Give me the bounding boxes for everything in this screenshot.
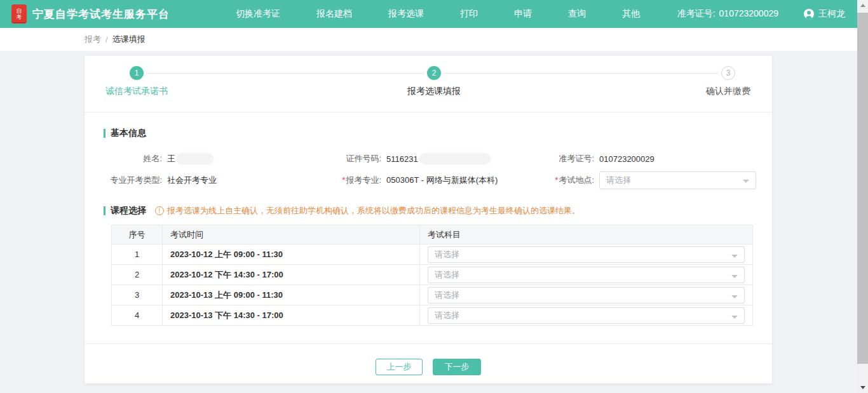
row-4-subject-cell: 请选择: [420, 305, 753, 326]
row-4-subject-placeholder: 请选择: [435, 310, 459, 321]
user-menu[interactable]: 王柯龙: [804, 8, 845, 20]
row-1-subject-cell: 请选择: [420, 244, 753, 265]
brand-title: 宁夏自学考试考生服务平台: [32, 7, 170, 22]
scrollbar-thumb[interactable]: [857, 13, 868, 364]
admission-ticket-label: 准考证号:: [677, 8, 715, 18]
breadcrumb-parent[interactable]: 报考: [85, 34, 101, 45]
course-table-row: 3 2023-10-13 上午 09:00 - 11:30 请选择: [112, 285, 753, 305]
row-3-subject-select[interactable]: 请选择: [428, 287, 745, 303]
main-content: 1 诚信考试承诺书 2 报考选课填报 3 确认并缴费 基本信息 姓名:: [0, 51, 868, 393]
user-name: 王柯龙: [818, 8, 845, 20]
step-3-label: 确认并缴费: [706, 86, 750, 97]
brand-seal-text: 自考: [16, 8, 23, 21]
header-right: 准考证号:010723200029 王柯龙: [677, 8, 845, 20]
previous-step-button[interactable]: 上一步: [376, 359, 423, 375]
course-section-title: 课程选择: [104, 205, 146, 216]
required-mark: *: [555, 175, 558, 185]
field-admission-ticket-value: 010723200029: [599, 154, 654, 164]
nav-item-switch-admission-ticket[interactable]: 切换准考证: [236, 8, 280, 20]
course-notice: ! 报考选课为线上自主确认，无须前往助学机构确认，系统将以缴费成功后的课程信息为…: [155, 205, 580, 216]
field-exam-location: *考试地点: 请选择: [535, 171, 756, 189]
course-table-row: 1 2023-10-12 上午 09:00 - 11:30 请选择: [112, 244, 753, 265]
nav-item-course-selection[interactable]: 报考选课: [388, 8, 424, 20]
nav-item-registration-filing[interactable]: 报名建档: [316, 8, 352, 20]
course-selection-section: 课程选择 ! 报考选课为线上自主确认，无须前往助学机构确认，系统将以缴费成功后的…: [85, 205, 772, 326]
privacy-mask: [419, 153, 491, 164]
course-section-title-text: 课程选择: [111, 205, 146, 216]
field-major-label: *报考专业:: [323, 175, 381, 186]
course-notice-text: 报考选课为线上自主确认，无须前往助学机构确认，系统将以缴费成功后的课程信息为考生…: [167, 205, 580, 216]
step-connector-line: [444, 73, 719, 74]
row-2-exam-time: 2023-10-12 下午 14:30 - 17:00: [163, 265, 420, 285]
field-name-value-text: 王: [167, 153, 175, 164]
row-3-subject-placeholder: 请选择: [435, 290, 459, 301]
nav-item-print[interactable]: 打印: [460, 8, 478, 20]
field-major-type-label: 专业开考类型:: [104, 175, 162, 186]
field-id-number: 证件号码: 5116231: [323, 153, 535, 164]
step-2-label: 报考选课填报: [407, 86, 461, 97]
field-major-type-value: 社会开考专业: [167, 175, 217, 186]
brand[interactable]: 自考 宁夏自学考试考生服务平台: [11, 4, 170, 23]
basic-info-title: 基本信息: [104, 128, 753, 139]
section-accent-bar: [104, 206, 105, 215]
user-icon: [804, 9, 814, 19]
row-3-exam-time: 2023-10-13 上午 09:00 - 11:30: [163, 285, 420, 305]
scroll-down-icon: [860, 386, 865, 389]
field-name-value: 王: [167, 153, 214, 164]
row-1-subject-select[interactable]: 请选择: [428, 246, 745, 263]
admission-ticket-value: 010723200029: [719, 8, 778, 18]
field-major-label-text: 报考专业:: [346, 175, 381, 185]
scroll-up-button[interactable]: [857, 0, 868, 11]
nav-item-apply[interactable]: 申请: [514, 8, 532, 20]
step-connector-line: [146, 73, 424, 74]
row-1-no: 1: [112, 244, 163, 265]
scroll-up-icon: [860, 4, 865, 7]
row-1-exam-time: 2023-10-12 上午 09:00 - 11:30: [163, 244, 420, 265]
step-1-integrity-commitment: 1 诚信考试承诺书: [105, 66, 168, 97]
column-header-exam-time: 考试时间: [163, 225, 420, 244]
action-buttons: 上一步 下一步: [85, 344, 772, 375]
admission-ticket-number: 准考证号:010723200029: [677, 8, 778, 20]
row-4-exam-time: 2023-10-13 下午 14:30 - 17:00: [163, 305, 420, 326]
step-3-confirm-pay: 3 确认并缴费: [706, 66, 750, 97]
section-accent-bar: [104, 129, 105, 138]
field-id-value-text: 5116231: [386, 154, 418, 164]
field-exam-location-control: 请选择: [599, 171, 756, 189]
field-major-value: 050306T - 网络与新媒体(本科): [386, 175, 498, 186]
scroll-down-button[interactable]: [857, 382, 868, 393]
app-header: 自考 宁夏自学考试考生服务平台 切换准考证 报名建档 报考选课 打印 申请 查询…: [0, 0, 868, 28]
exam-location-select[interactable]: 请选择: [599, 171, 756, 189]
next-step-button[interactable]: 下一步: [433, 359, 481, 375]
course-table-header-row: 序号 考试时间 考试科目: [112, 225, 753, 244]
step-1-label: 诚信考试承诺书: [105, 86, 168, 97]
privacy-mask: [177, 153, 214, 164]
field-major: *报考专业: 050306T - 网络与新媒体(本科): [323, 175, 535, 186]
course-section-header: 课程选择 ! 报考选课为线上自主确认，无须前往助学机构确认，系统将以缴费成功后的…: [104, 205, 753, 216]
step-2-course-selection: 2 报考选课填报: [407, 66, 461, 97]
course-table-row: 4 2023-10-13 下午 14:30 - 17:00 请选择: [112, 305, 753, 326]
content-card: 1 诚信考试承诺书 2 报考选课填报 3 确认并缴费 基本信息 姓名:: [85, 56, 772, 383]
course-table: 序号 考试时间 考试科目 1 2023-10-12 上午 09:00 - 11:…: [111, 225, 753, 326]
breadcrumb-current: 选课填报: [112, 34, 146, 45]
breadcrumb: 报考 / 选课填报: [0, 28, 868, 51]
basic-info-row-1: 姓名: 王 证件号码: 5116231 准考证号: 010723200029: [104, 148, 753, 170]
brand-seal-icon: 自考: [11, 4, 27, 23]
nav-item-other[interactable]: 其他: [622, 8, 640, 20]
exam-location-placeholder: 请选择: [606, 175, 631, 186]
column-header-no: 序号: [112, 225, 163, 244]
row-2-subject-select[interactable]: 请选择: [428, 267, 745, 283]
row-3-subject-cell: 请选择: [420, 285, 753, 305]
nav-item-query[interactable]: 查询: [568, 8, 586, 20]
field-exam-location-label: *考试地点:: [535, 175, 594, 186]
field-major-type: 专业开考类型: 社会开考专业: [104, 175, 323, 186]
field-admission-ticket-label: 准考证号:: [535, 153, 594, 164]
column-header-exam-subject: 考试科目: [420, 225, 753, 244]
step-1-number: 1: [130, 66, 144, 80]
step-2-number: 2: [427, 66, 441, 80]
field-exam-location-label-text: 考试地点:: [559, 175, 594, 185]
row-4-subject-select[interactable]: 请选择: [428, 307, 745, 324]
row-1-subject-placeholder: 请选择: [435, 249, 459, 260]
field-id-label: 证件号码:: [323, 153, 381, 164]
basic-info-title-text: 基本信息: [111, 128, 146, 139]
field-name: 姓名: 王: [104, 153, 323, 164]
